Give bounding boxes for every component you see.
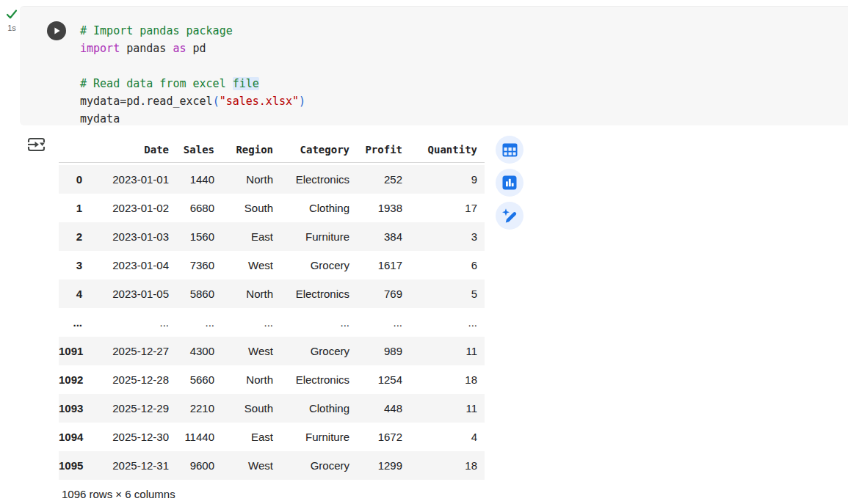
row-index: 1095 bbox=[59, 451, 90, 480]
table-row: 10952025-12-319600WestGrocery129918 bbox=[59, 451, 485, 480]
table-cell: 448 bbox=[357, 394, 410, 423]
table-cell: 2025-12-31 bbox=[90, 451, 176, 480]
table-cell: Clothing bbox=[280, 194, 357, 222]
table-body: 02023-01-011440NorthElectronics252912023… bbox=[59, 162, 485, 480]
table-cell: 4 bbox=[410, 423, 485, 451]
cell-status: 1s bbox=[3, 9, 21, 32]
table-cell: 17 bbox=[410, 194, 485, 222]
table-cell: Grocery bbox=[280, 251, 357, 280]
table-cell: 769 bbox=[357, 280, 410, 308]
table-cell: 11 bbox=[410, 337, 485, 365]
table-row: 10932025-12-292210SouthClothing44811 bbox=[59, 394, 485, 423]
table-cell: 1560 bbox=[176, 222, 222, 251]
table-cell: Electronics bbox=[280, 165, 357, 194]
dataframe-shape-label: 1096 rows × 6 columns bbox=[62, 488, 175, 500]
table-row: 10922025-12-285660NorthElectronics125418 bbox=[59, 365, 485, 394]
output-options-icon bbox=[26, 136, 48, 155]
table-cell: 11 bbox=[410, 394, 485, 423]
row-index: 0 bbox=[59, 165, 90, 194]
column-header: Sales bbox=[176, 138, 222, 162]
column-header: Profit bbox=[357, 138, 410, 162]
table-cell: ... bbox=[410, 308, 485, 337]
table-cell: West bbox=[222, 251, 280, 280]
dataframe-table: DateSalesRegionCategoryProfitQuantity 02… bbox=[59, 138, 485, 480]
table-cell: 5860 bbox=[176, 280, 222, 308]
table-cell: 2025-12-28 bbox=[90, 365, 176, 394]
header-row: DateSalesRegionCategoryProfitQuantity bbox=[59, 138, 485, 162]
suggest-charts-button[interactable] bbox=[496, 169, 523, 197]
table-cell: 7360 bbox=[176, 251, 222, 280]
row-index: 1091 bbox=[59, 337, 90, 365]
table-cell: 18 bbox=[410, 365, 485, 394]
table-cell: 4300 bbox=[176, 337, 222, 365]
table-cell: Electronics bbox=[280, 365, 357, 394]
table-cell: 384 bbox=[357, 222, 410, 251]
code-line: import pandas as pd bbox=[80, 40, 305, 57]
output-options-button[interactable] bbox=[26, 136, 48, 155]
table-cell: 2023-01-02 bbox=[90, 194, 176, 222]
table-cell: 2025-12-29 bbox=[90, 394, 176, 423]
row-index: 2 bbox=[59, 222, 90, 251]
table-cell: 2023-01-04 bbox=[90, 251, 176, 280]
table-cell: 6680 bbox=[176, 194, 222, 222]
table-cell: ... bbox=[176, 308, 222, 337]
generate-code-button[interactable] bbox=[496, 202, 523, 230]
index-column-header bbox=[59, 138, 90, 162]
table-cell: 1299 bbox=[357, 451, 410, 480]
column-header: Date bbox=[90, 138, 176, 162]
interactive-table-button[interactable] bbox=[496, 136, 523, 164]
table-cell: ... bbox=[280, 308, 357, 337]
table-cell: 5 bbox=[410, 280, 485, 308]
table-cell: ... bbox=[90, 308, 176, 337]
column-header: Category bbox=[280, 138, 357, 162]
code-line: # Read data from excel file bbox=[80, 75, 305, 92]
table-row: 10912025-12-274300WestGrocery98911 bbox=[59, 337, 485, 365]
table-cell: 2025-12-30 bbox=[90, 423, 176, 451]
table-cell: East bbox=[222, 222, 280, 251]
table-cell: 5660 bbox=[176, 365, 222, 394]
table-cell: 1617 bbox=[357, 251, 410, 280]
table-cell: 1254 bbox=[357, 365, 410, 394]
table-cell: Furniture bbox=[280, 423, 357, 451]
interactive-table-icon bbox=[501, 142, 518, 158]
table-cell: 2025-12-27 bbox=[90, 337, 176, 365]
run-cell-button[interactable] bbox=[47, 21, 66, 40]
table-cell: South bbox=[222, 194, 280, 222]
table-cell: 1440 bbox=[176, 165, 222, 194]
row-index: ... bbox=[59, 308, 90, 337]
table-row: 10942025-12-3011440EastFurniture16724 bbox=[59, 423, 485, 451]
row-index: 3 bbox=[59, 251, 90, 280]
notebook-page: 1s # Import pandas packageimport pandas … bbox=[0, 0, 848, 504]
table-cell: North bbox=[222, 365, 280, 394]
table-row: 22023-01-031560EastFurniture3843 bbox=[59, 222, 485, 251]
table-cell: South bbox=[222, 394, 280, 423]
table-cell: 9 bbox=[410, 165, 485, 194]
table-cell: 1938 bbox=[357, 194, 410, 222]
table-cell: 18 bbox=[410, 451, 485, 480]
code-line: mydata=pd.read_excel("sales.xlsx") bbox=[80, 92, 305, 110]
table-cell: Grocery bbox=[280, 451, 357, 480]
table-cell: North bbox=[222, 280, 280, 308]
row-index: 1094 bbox=[59, 423, 90, 451]
table-cell: 252 bbox=[357, 165, 410, 194]
table-cell: 2023-01-03 bbox=[90, 222, 176, 251]
play-icon bbox=[51, 26, 62, 36]
table-row: 32023-01-047360WestGrocery16176 bbox=[59, 251, 485, 280]
table-cell: 11440 bbox=[176, 423, 222, 451]
code-editor[interactable]: # Import pandas packageimport pandas as … bbox=[80, 22, 305, 128]
column-header: Region bbox=[222, 138, 280, 162]
table-cell: Clothing bbox=[280, 394, 357, 423]
dataframe-output: DateSalesRegionCategoryProfitQuantity 02… bbox=[59, 138, 485, 480]
table-cell: 9600 bbox=[176, 451, 222, 480]
code-line bbox=[80, 57, 305, 75]
code-line: mydata bbox=[80, 110, 305, 128]
table-cell: East bbox=[222, 423, 280, 451]
generate-code-icon bbox=[501, 207, 518, 224]
table-cell: West bbox=[222, 451, 280, 480]
table-row: 02023-01-011440NorthElectronics2529 bbox=[59, 165, 485, 194]
row-index: 1 bbox=[59, 194, 90, 222]
suggest-charts-icon bbox=[501, 175, 518, 191]
table-cell: Grocery bbox=[280, 337, 357, 365]
table-header: DateSalesRegionCategoryProfitQuantity bbox=[59, 138, 485, 162]
check-icon bbox=[5, 9, 18, 20]
